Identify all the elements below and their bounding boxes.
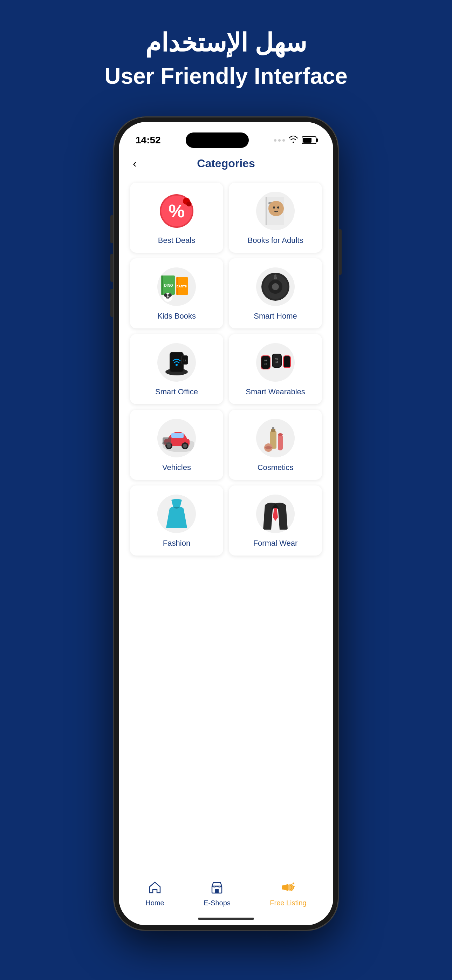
category-label-formal: Formal Wear bbox=[253, 539, 298, 548]
status-icons bbox=[274, 135, 317, 145]
svg-point-55 bbox=[183, 444, 187, 448]
page-title: Categories bbox=[197, 157, 255, 170]
svg-text:✦: ✦ bbox=[293, 885, 295, 888]
category-label-books-adults: Books for Adults bbox=[248, 236, 304, 245]
status-time: 14:52 bbox=[135, 135, 161, 146]
bottom-nav: Home E-Shops bbox=[119, 873, 333, 915]
svg-text:16: 16 bbox=[275, 361, 278, 363]
category-icon-formal bbox=[256, 495, 295, 533]
app-header: ‹ Categories bbox=[119, 150, 333, 177]
svg-text:12: 12 bbox=[183, 359, 186, 362]
category-label-smart-office: Smart Office bbox=[155, 387, 198, 396]
categories-grid: % Best Deals bbox=[119, 177, 333, 873]
phone-screen: 14:52 bbox=[119, 122, 333, 925]
category-card-cosmetics[interactable]: Cosmetics bbox=[229, 410, 322, 480]
nav-free-listing-label: Free Listing bbox=[270, 899, 307, 907]
svg-point-35 bbox=[175, 364, 178, 366]
wifi-icon bbox=[288, 135, 298, 145]
home-nav-icon bbox=[148, 881, 161, 897]
svg-rect-60 bbox=[272, 427, 274, 430]
category-icon-smart-home bbox=[256, 267, 295, 306]
category-card-smart-wearables[interactable]: 08 16 08 16 Smart Wearables bbox=[229, 334, 322, 404]
category-label-smart-wearables: Smart Wearables bbox=[246, 387, 305, 396]
phone-mockup: 14:52 bbox=[114, 117, 338, 930]
cosmetics-icon bbox=[259, 422, 291, 454]
phone-outer: 14:52 bbox=[114, 117, 338, 930]
category-icon-books-adults bbox=[256, 192, 295, 230]
hero-english-text: User Friendly Interface bbox=[104, 63, 348, 89]
category-icon-smart-wearables: 08 16 08 16 bbox=[256, 343, 295, 382]
category-icon-kids-books: DINO EARTH bbox=[157, 267, 196, 306]
svg-rect-48 bbox=[284, 356, 290, 368]
smart-office-icon: 12 bbox=[161, 347, 193, 378]
svg-rect-6 bbox=[266, 197, 267, 225]
category-icon-cosmetics bbox=[256, 419, 295, 457]
category-label-best-deals: Best Deals bbox=[158, 236, 195, 245]
nav-eshops[interactable]: E-Shops bbox=[204, 881, 231, 907]
category-card-fashion[interactable]: Fashion bbox=[130, 485, 223, 555]
robot-vacuum-icon bbox=[259, 271, 291, 302]
svg-rect-67 bbox=[282, 885, 284, 889]
category-label-smart-home: Smart Home bbox=[254, 312, 297, 321]
hero-section: سهل الإستخدام User Friendly Interface bbox=[104, 28, 348, 89]
home-bar bbox=[119, 915, 333, 925]
eshops-nav-icon bbox=[210, 881, 223, 897]
svg-text:08: 08 bbox=[264, 359, 267, 362]
svg-point-4 bbox=[186, 202, 191, 207]
vehicles-icon bbox=[159, 424, 194, 452]
category-card-kids-books[interactable]: DINO EARTH Kids B bbox=[130, 258, 223, 328]
dot3 bbox=[282, 139, 285, 142]
book-icon bbox=[261, 195, 290, 227]
svg-point-64 bbox=[265, 446, 272, 449]
percent-icon: % bbox=[159, 194, 194, 229]
dress-icon bbox=[164, 498, 189, 530]
category-card-formal[interactable]: Formal Wear bbox=[229, 485, 322, 555]
svg-point-12 bbox=[277, 207, 279, 208]
category-card-smart-home[interactable]: Smart Home bbox=[229, 258, 322, 328]
suit-icon bbox=[261, 498, 290, 530]
category-icon-smart-office: 12 bbox=[157, 343, 196, 382]
svg-text:16: 16 bbox=[264, 363, 267, 365]
dot2 bbox=[278, 139, 281, 142]
svg-rect-14 bbox=[162, 275, 163, 295]
svg-rect-57 bbox=[162, 438, 171, 444]
nav-home[interactable]: Home bbox=[145, 881, 164, 907]
status-bar: 14:52 bbox=[119, 122, 333, 150]
svg-point-24 bbox=[168, 296, 170, 298]
dot1 bbox=[274, 139, 277, 142]
nav-eshops-label: E-Shops bbox=[204, 899, 231, 907]
svg-text:08: 08 bbox=[275, 358, 278, 360]
svg-rect-66 bbox=[215, 889, 219, 893]
svg-point-23 bbox=[166, 296, 167, 298]
category-card-books-adults[interactable]: Books for Adults bbox=[229, 183, 322, 253]
svg-point-11 bbox=[273, 207, 275, 208]
wearables-icon: 08 16 08 16 bbox=[258, 348, 293, 376]
back-button[interactable]: ‹ bbox=[133, 157, 137, 170]
nav-home-label: Home bbox=[145, 899, 164, 907]
svg-rect-30 bbox=[274, 274, 277, 278]
category-card-smart-office[interactable]: 12 Smart Office bbox=[130, 334, 223, 404]
battery-icon bbox=[302, 136, 317, 144]
category-label-cosmetics: Cosmetics bbox=[258, 463, 294, 472]
category-label-kids-books: Kids Books bbox=[157, 312, 196, 321]
svg-point-10 bbox=[268, 201, 284, 216]
category-label-vehicles: Vehicles bbox=[162, 463, 191, 472]
category-icon-best-deals: % bbox=[157, 192, 196, 230]
dynamic-island bbox=[186, 132, 249, 148]
free-listing-nav-icon: ✦ ✦ bbox=[282, 881, 295, 897]
svg-text:DINO: DINO bbox=[164, 283, 173, 287]
svg-point-62 bbox=[278, 433, 283, 436]
home-indicator bbox=[198, 918, 254, 920]
nav-free-listing[interactable]: ✦ ✦ Free Listing bbox=[270, 881, 307, 907]
category-icon-fashion bbox=[157, 495, 196, 533]
svg-point-21 bbox=[168, 293, 172, 297]
category-card-best-deals[interactable]: % Best Deals bbox=[130, 183, 223, 253]
kids-books-icon: DINO EARTH bbox=[159, 272, 194, 302]
category-label-fashion: Fashion bbox=[163, 539, 190, 548]
category-card-vehicles[interactable]: Vehicles bbox=[130, 410, 223, 480]
hero-arabic-text: سهل الإستخدام bbox=[104, 28, 348, 57]
svg-point-28 bbox=[272, 283, 279, 290]
svg-text:%: % bbox=[169, 201, 185, 221]
svg-rect-61 bbox=[278, 434, 283, 450]
svg-text:EARTH: EARTH bbox=[177, 285, 188, 288]
